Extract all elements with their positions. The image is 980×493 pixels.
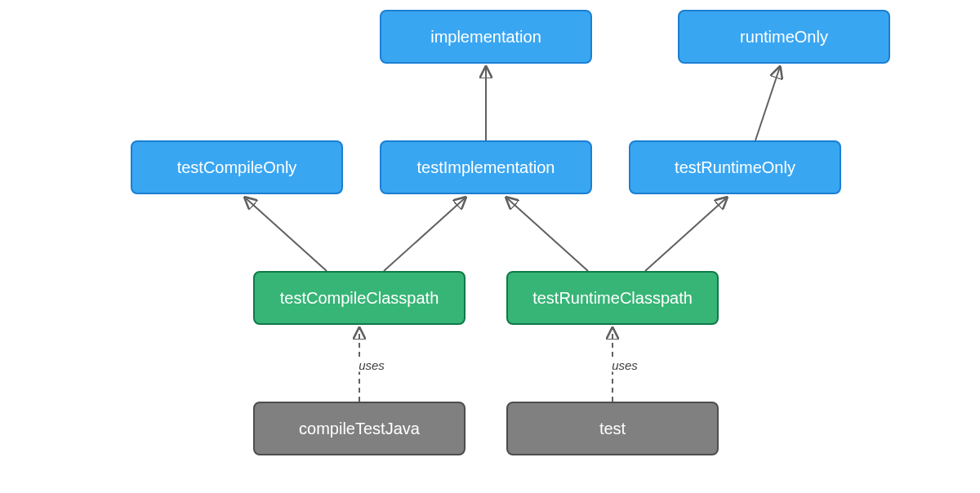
edge-label-uses: uses	[355, 358, 388, 372]
node-label: runtimeOnly	[740, 28, 828, 47]
node-testRuntimeClasspath: testRuntimeClasspath	[506, 271, 719, 325]
node-label: testRuntimeOnly	[675, 158, 795, 177]
edges-layer	[0, 0, 980, 493]
node-runtimeOnly: runtimeOnly	[678, 10, 890, 64]
node-label: test	[599, 420, 626, 438]
node-testImplementation: testImplementation	[380, 140, 592, 194]
diagram-stage: implementation runtimeOnly testCompileOn…	[0, 0, 980, 493]
node-label: testRuntimeClasspath	[532, 289, 693, 308]
edge-label-uses: uses	[608, 358, 641, 372]
node-compileTestJava: compileTestJava	[253, 402, 466, 455]
node-label: implementation	[430, 28, 541, 47]
node-test: test	[506, 402, 719, 455]
node-testCompileOnly: testCompileOnly	[131, 140, 343, 194]
node-label: testCompileClasspath	[280, 289, 439, 308]
edge-testRuntimeClasspath-testImplementation	[506, 198, 588, 271]
edge-testRuntimeClasspath-testRuntimeOnly	[645, 198, 727, 271]
node-testCompileClasspath: testCompileClasspath	[253, 271, 466, 325]
node-label: testImplementation	[417, 158, 555, 177]
node-testRuntimeOnly: testRuntimeOnly	[629, 140, 841, 194]
node-implementation: implementation	[380, 10, 592, 64]
edge-testCompileClasspath-testImplementation	[384, 198, 466, 271]
edge-testRuntimeOnly-runtimeOnly	[755, 67, 780, 140]
node-label: testCompileOnly	[177, 158, 297, 177]
edge-testCompileClasspath-testCompileOnly	[245, 198, 327, 271]
node-label: compileTestJava	[299, 420, 420, 438]
